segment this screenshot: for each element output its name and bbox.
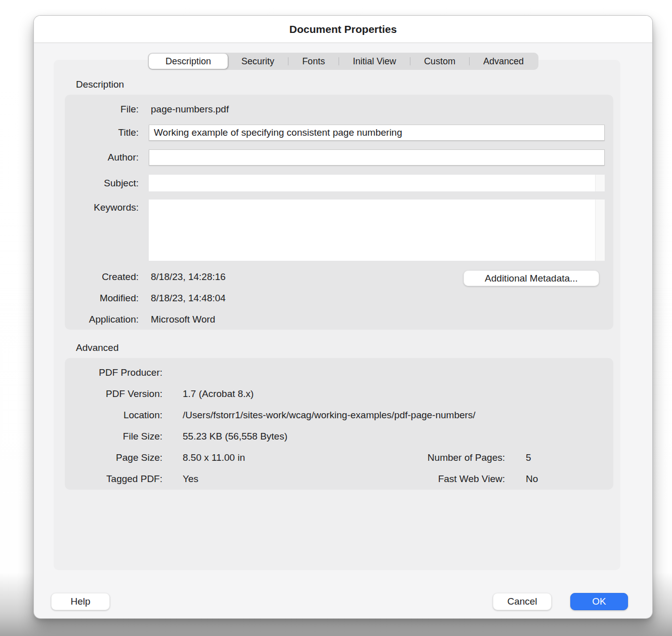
subject-input[interactable] [149,175,605,191]
page-size-row: Page Size: 8.50 x 11.00 in Number of Pag… [65,451,605,465]
subject-field-wrap [149,175,605,191]
file-size-value: 55.23 KB (56,558 Bytes) [183,431,287,442]
author-row: Author: [65,149,605,166]
fast-web-view-value: No [526,473,538,485]
tab-initial-view[interactable]: Initial View [339,54,410,69]
modified-value: 8/18/23, 14:48:04 [151,293,226,304]
keywords-row: Keywords: [65,200,605,261]
title-row: Title: [65,125,605,141]
application-row: Application: Microsoft Word [65,312,605,327]
keywords-field-wrap [149,200,605,261]
location-value: /Users/fstorr1/sites-work/wcag/working-e… [183,410,476,421]
author-label: Author: [65,152,139,163]
created-label: Created: [65,271,139,283]
tab-content-panel: Description File: page-numbers.pdf Title… [54,60,620,570]
tab-bar: Description Security Fonts Initial View … [148,53,538,70]
page-size-value: 8.50 x 11.00 in [183,452,245,463]
keywords-textarea[interactable] [149,200,605,261]
keywords-label: Keywords: [65,201,139,214]
page-size-label: Page Size: [65,452,162,463]
tagged-pdf-label: Tagged PDF: [65,473,162,485]
number-of-pages-group: Number of Pages: 5 [328,451,531,465]
file-size-row: File Size: 55.23 KB (56,558 Bytes) [65,429,605,444]
advanced-section-heading: Advanced [76,342,119,353]
created-value: 8/18/23, 14:28:16 [151,271,226,283]
fast-web-view-label: Fast Web View: [328,473,505,485]
pdf-producer-row: PDF Producer: [65,366,605,380]
pdf-version-value: 1.7 (Acrobat 8.x) [183,388,254,400]
application-label: Application: [65,314,139,325]
fast-web-view-group: Fast Web View: No [328,472,538,486]
additional-metadata-button[interactable]: Additional Metadata... [464,270,599,286]
pdf-version-label: PDF Version: [65,388,162,400]
tab-description[interactable]: Description [149,54,228,69]
title-input[interactable] [149,125,605,141]
document-properties-dialog: Document Properties Description Security… [33,15,653,619]
number-of-pages-label: Number of Pages: [328,452,505,463]
subject-row: Subject: [65,175,605,191]
tab-security[interactable]: Security [228,54,288,69]
desktop-background: Document Properties Description Security… [0,0,672,636]
title-label: Title: [65,127,139,138]
pdf-version-row: PDF Version: 1.7 (Acrobat 8.x) [65,387,605,401]
help-button[interactable]: Help [51,593,110,610]
tab-fonts[interactable]: Fonts [288,54,339,69]
file-value: page-numbers.pdf [151,104,229,115]
file-row: File: page-numbers.pdf [65,102,605,116]
tagged-pdf-row: Tagged PDF: Yes Fast Web View: No [65,472,605,486]
dialog-titlebar[interactable]: Document Properties [34,16,652,43]
keywords-scrollbar-track[interactable] [595,200,605,261]
tab-advanced[interactable]: Advanced [470,54,537,69]
dialog-title: Document Properties [289,23,397,35]
location-label: Location: [65,410,162,421]
number-of-pages-value: 5 [526,452,531,463]
modified-label: Modified: [65,293,139,304]
modified-row: Modified: 8/18/23, 14:48:04 [65,291,605,305]
pdf-producer-label: PDF Producer: [65,367,162,378]
location-row: Location: /Users/fstorr1/sites-work/wcag… [65,408,605,422]
file-label: File: [65,104,139,115]
subject-scrollbar-track[interactable] [595,175,605,191]
description-section-heading: Description [76,79,124,90]
tab-custom[interactable]: Custom [410,54,469,69]
tagged-pdf-value: Yes [183,473,198,485]
file-size-label: File Size: [65,431,162,442]
advanced-group: PDF Producer: PDF Version: 1.7 (Acrobat … [65,358,613,490]
author-input[interactable] [149,149,605,166]
ok-button[interactable]: OK [570,593,628,610]
application-value: Microsoft Word [151,314,215,325]
subject-label: Subject: [65,178,139,189]
cancel-button[interactable]: Cancel [493,593,552,610]
description-group: File: page-numbers.pdf Title: Author: Su… [65,95,613,330]
